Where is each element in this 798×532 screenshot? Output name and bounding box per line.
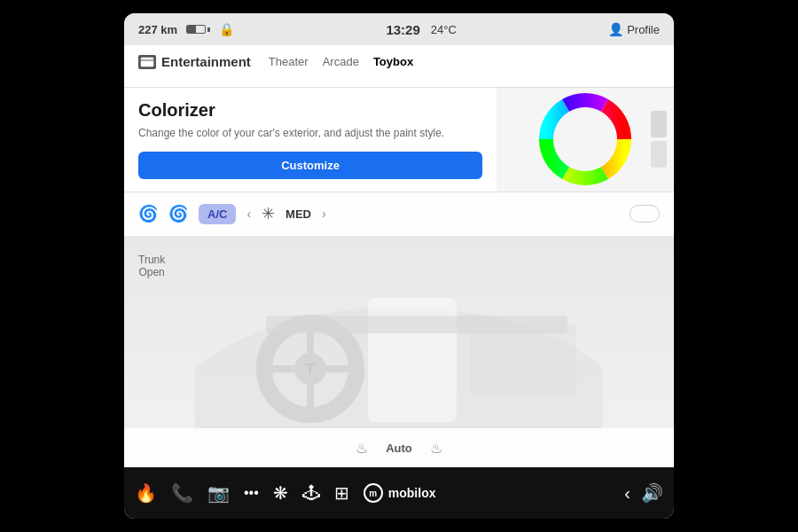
person-icon: 👤: [608, 22, 623, 36]
nav-arcade[interactable]: Arcade: [323, 55, 359, 68]
back-icon[interactable]: ‹: [624, 483, 630, 504]
volume-icon[interactable]: 🔊: [641, 482, 663, 504]
heat-icon[interactable]: 🔥: [135, 482, 157, 504]
dashboard-svg: T: [195, 271, 603, 431]
fan-decrease-arrow[interactable]: ‹: [246, 207, 251, 221]
entertainment-nav: Theater Arcade Toybox: [269, 55, 413, 68]
customize-button[interactable]: Customize: [138, 152, 482, 179]
fan-speed-display: MED: [286, 207, 311, 221]
profile-button[interactable]: 👤 Profile: [608, 22, 660, 36]
main-screen: 227 km 🔒 13:29 24°C 👤 Profile: [124, 13, 674, 519]
camera-icon[interactable]: 📷: [207, 482, 230, 504]
taskbar-right: ‹ 🔊: [624, 482, 663, 504]
entertainment-panel: Entertainment Theater Arcade Toybox: [124, 45, 674, 88]
svg-point-8: [559, 113, 612, 166]
nav-toybox[interactable]: Toybox: [373, 55, 413, 68]
temperature-display: 24°C: [431, 23, 457, 36]
fan-icon: ✳: [262, 204, 275, 223]
color-wheel: [536, 90, 634, 188]
ac-button[interactable]: A/C: [199, 204, 236, 224]
svg-rect-0: [140, 57, 154, 67]
climate-toggle[interactable]: [630, 205, 660, 223]
fan-increase-arrow[interactable]: ›: [322, 207, 326, 221]
colorizer-left-panel: Colorizer Change the color of your car's…: [124, 88, 497, 192]
brand-name: mobilox: [388, 486, 436, 500]
car-view: Trunk Open T: [124, 236, 674, 467]
svg-text:T: T: [306, 362, 315, 377]
trunk-status: Open: [138, 266, 165, 278]
game-icon[interactable]: 🕹: [302, 483, 320, 504]
phone-icon[interactable]: 📞: [171, 482, 193, 504]
more-icon[interactable]: •••: [244, 485, 259, 501]
climate-bar: 🌀 🌀 A/C ‹ ✳ MED ›: [124, 192, 674, 236]
time-display: 13:29: [386, 22, 419, 37]
trunk-info: Trunk Open: [138, 254, 165, 278]
status-bar: 227 km 🔒 13:29 24°C 👤 Profile: [124, 13, 674, 45]
mobilox-brand: m mobilox: [364, 483, 436, 503]
trunk-label: Trunk: [138, 254, 165, 266]
climate-right-controls: [630, 205, 660, 223]
entertainment-icon: [138, 55, 156, 69]
lock-icon: 🔒: [219, 22, 234, 36]
colorizer-section: Colorizer Change the color of your car's…: [124, 88, 674, 192]
swatch-gray[interactable]: [651, 111, 667, 137]
battery-icon: [186, 25, 210, 34]
colorizer-right-panel: [497, 88, 674, 192]
taskbar: 🔥 📞 📷 ••• ❋ 🕹 ⊞ m mobilox ‹ 🔊: [124, 467, 674, 519]
svg-rect-19: [470, 325, 576, 395]
colorizer-description: Change the color of your car's exterior,…: [138, 126, 482, 141]
bottom-climate-bar: ♨ Auto ♨: [124, 428, 674, 467]
defrost-front-icon[interactable]: 🌀: [138, 204, 158, 223]
profile-label: Profile: [627, 23, 660, 36]
auto-climate-label: Auto: [386, 442, 412, 455]
distance-display: 227 km: [138, 23, 177, 36]
entertainment-title: Entertainment: [138, 54, 251, 69]
swatch-light[interactable]: [651, 141, 667, 168]
apps-icon[interactable]: ❋: [273, 482, 288, 504]
colorizer-title: Colorizer: [138, 100, 482, 121]
entertainment-header: Entertainment Theater Arcade Toybox: [138, 54, 660, 69]
color-swatches: [651, 111, 667, 168]
seat-heat-left-icon[interactable]: ♨: [356, 440, 368, 457]
mobilox-logo: m: [364, 483, 383, 503]
nav-theater[interactable]: Theater: [269, 55, 309, 68]
grid-icon[interactable]: ⊞: [334, 482, 349, 504]
defrost-rear-icon[interactable]: 🌀: [168, 204, 188, 223]
seat-heat-right-icon[interactable]: ♨: [430, 440, 442, 457]
entertainment-label: Entertainment: [161, 54, 251, 69]
